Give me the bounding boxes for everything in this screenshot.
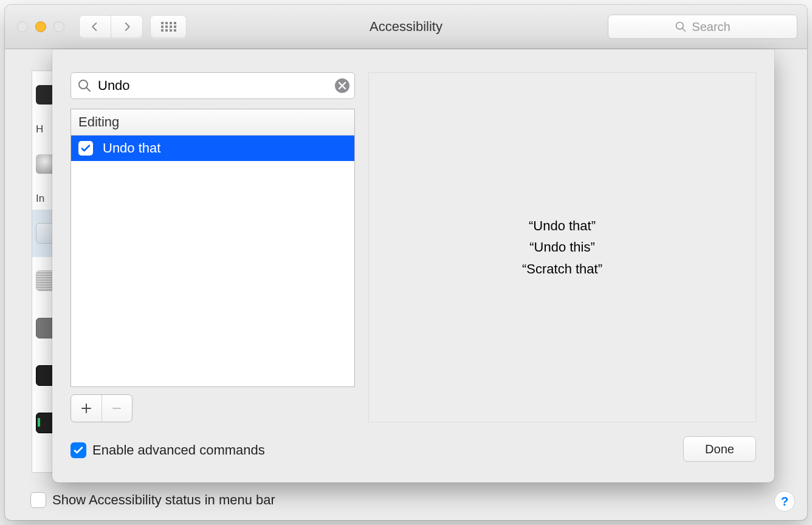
sidebar-section-label: H [36,123,43,136]
add-remove-commands [71,394,132,422]
commands-list[interactable]: Editing Undo that [71,109,355,387]
svg-rect-4 [161,26,163,28]
sidebar-section-label: In [36,193,44,205]
command-row-label: Undo that [103,140,160,156]
svg-line-13 [683,29,686,32]
svg-rect-1 [165,22,168,24]
remove-command-button[interactable] [102,395,132,422]
commands-search-value: Undo [98,78,329,94]
svg-line-15 [86,88,90,91]
toolbar-search-placeholder: Search [692,20,730,34]
chevron-right-icon [122,21,132,32]
show-status-row: Show Accessibility status in menu bar [30,492,275,508]
svg-rect-8 [161,29,163,32]
zoom-window-button[interactable] [53,21,64,32]
add-command-button[interactable] [71,395,102,422]
preview-line: “Scratch that” [522,258,602,280]
close-window-button[interactable] [17,21,28,32]
commands-list-header: Editing [71,109,354,136]
enable-advanced-row: Enable advanced commands [71,442,265,458]
back-button[interactable] [79,15,111,38]
svg-rect-0 [161,22,163,24]
preview-line: “Undo that” [529,215,596,236]
search-icon [77,78,92,93]
show-status-checkbox[interactable] [30,492,46,508]
help-button[interactable]: ? [774,491,795,512]
svg-rect-11 [174,29,176,32]
svg-rect-10 [170,29,172,32]
minimize-window-button[interactable] [35,21,46,32]
dictation-commands-sheet: Undo Editing Undo that [52,49,774,482]
checkmark-icon [73,445,84,456]
svg-rect-7 [174,26,176,28]
toolbar-search-field[interactable]: Search [608,15,797,39]
plus-icon [81,403,92,414]
clear-search-button[interactable] [335,78,349,93]
svg-rect-3 [174,22,176,24]
command-row[interactable]: Undo that [71,136,354,161]
chevron-left-icon [89,21,100,32]
search-icon [675,21,687,33]
forward-button[interactable] [111,15,143,38]
nav-back-forward [79,15,143,38]
svg-rect-5 [165,26,168,28]
svg-rect-2 [170,22,172,24]
titlebar: Accessibility Search [5,5,807,49]
show-all-button[interactable] [150,15,187,38]
svg-rect-9 [165,29,168,32]
done-button[interactable]: Done [683,436,756,462]
accessibility-window: Accessibility Search H In [5,5,807,520]
show-status-label: Show Accessibility status in menu bar [52,492,275,508]
help-icon: ? [781,495,788,509]
command-enabled-checkbox[interactable] [78,141,93,156]
checkmark-icon [81,143,91,153]
svg-rect-6 [170,26,172,28]
preview-line: “Undo this” [529,236,595,258]
enable-advanced-label: Enable advanced commands [92,442,265,458]
done-button-label: Done [705,442,734,456]
close-icon [338,81,346,90]
minus-icon [111,403,122,414]
command-preview-pane: “Undo that” “Undo this” “Scratch that” [368,72,756,422]
grid-icon [160,21,176,32]
enable-advanced-checkbox[interactable] [71,442,86,458]
commands-search-field[interactable]: Undo [71,72,355,99]
traffic-lights [17,21,64,32]
